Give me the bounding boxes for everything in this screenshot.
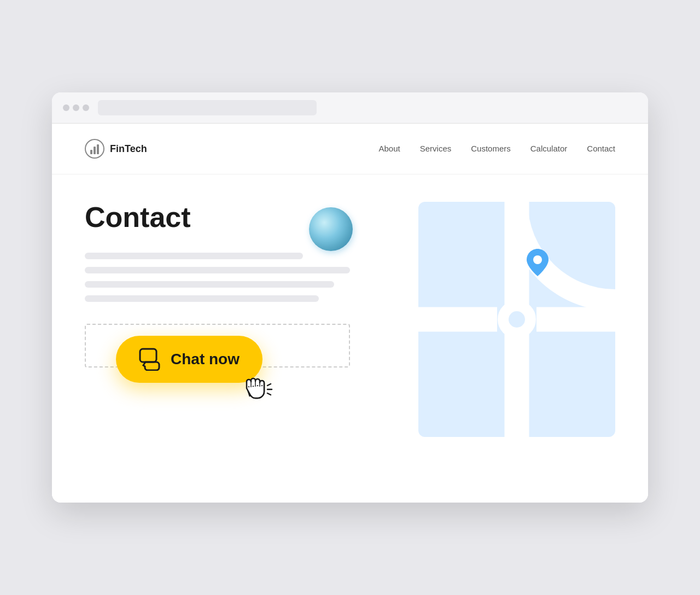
svg-rect-3 <box>97 144 99 154</box>
nav-link-contact[interactable]: Contact <box>587 144 615 153</box>
browser-dot-1 <box>63 104 69 111</box>
svg-rect-2 <box>94 147 96 154</box>
nav-link-calculator[interactable]: Calculator <box>530 144 568 153</box>
nav-item-about[interactable]: About <box>379 144 400 154</box>
logo-text: FinTech <box>110 143 147 155</box>
svg-point-11 <box>533 255 542 264</box>
nav-link-customers[interactable]: Customers <box>471 144 511 153</box>
map-roundabout <box>498 300 536 339</box>
main-section: Contact <box>52 174 648 503</box>
map-pin <box>527 249 549 278</box>
logo-icon <box>85 139 104 159</box>
page-content: FinTech About Services Customers Calcula… <box>52 124 648 503</box>
chat-now-label: Chat now <box>171 351 240 368</box>
sphere-decoration <box>309 207 353 251</box>
left-column: Contact <box>85 202 396 459</box>
text-line-2 <box>85 267 350 273</box>
map-road-horizontal-right <box>536 307 615 332</box>
svg-rect-1 <box>90 150 92 154</box>
dashed-form-area: Chat now <box>85 324 350 368</box>
cursor-hand <box>239 366 277 405</box>
text-placeholder-lines <box>85 253 396 302</box>
map-pin-icon <box>527 249 549 276</box>
nav-item-customers[interactable]: Customers <box>471 144 511 154</box>
svg-rect-4 <box>140 349 156 362</box>
browser-address-bar[interactable] <box>98 100 317 115</box>
nav-links: About Services Customers Calculator Cont… <box>379 144 616 154</box>
browser-window: FinTech About Services Customers Calcula… <box>52 92 648 503</box>
svg-line-10 <box>267 393 271 395</box>
browser-dots <box>63 104 89 111</box>
nav-link-services[interactable]: Services <box>420 144 452 153</box>
svg-line-8 <box>267 384 271 386</box>
browser-chrome <box>52 92 648 124</box>
chat-icon <box>139 348 162 371</box>
nav-item-contact[interactable]: Contact <box>587 144 615 154</box>
browser-dot-2 <box>73 104 79 111</box>
right-column <box>418 202 615 459</box>
nav-item-services[interactable]: Services <box>420 144 452 154</box>
text-line-1 <box>85 253 303 259</box>
map-road-horizontal-left <box>418 307 497 332</box>
logo: FinTech <box>85 139 147 159</box>
navbar: FinTech About Services Customers Calcula… <box>52 124 648 174</box>
map-container <box>418 202 615 437</box>
text-line-4 <box>85 295 319 302</box>
hand-cursor-icon <box>239 366 277 405</box>
text-line-3 <box>85 281 334 288</box>
browser-dot-3 <box>83 104 89 111</box>
nav-link-about[interactable]: About <box>379 144 400 153</box>
nav-item-calculator[interactable]: Calculator <box>530 144 568 154</box>
